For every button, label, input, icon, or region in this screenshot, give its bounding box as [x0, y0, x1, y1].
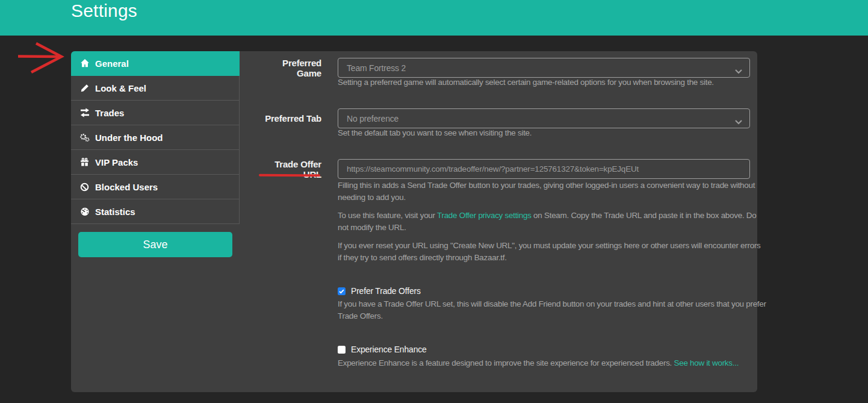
pencil-icon [79, 83, 90, 93]
exchange-icon [79, 108, 90, 117]
help-text: To use this feature, visit your [338, 211, 437, 220]
prefer-trade-offers-label: Prefer Trade Offers [351, 286, 421, 296]
trade-offer-help-1: Filling this in adds a Send Trade Offer … [338, 180, 766, 204]
tab-label: General [95, 58, 129, 69]
home-icon [79, 58, 90, 68]
see-how-it-works-link[interactable]: See how it works... [674, 358, 739, 367]
preferred-game-help: Setting a preferred game will automatica… [338, 77, 766, 89]
tab-look-and-feel[interactable]: Look & Feel [71, 76, 240, 101]
tab-label: Trades [95, 108, 124, 118]
tab-label: Blocked Users [95, 182, 158, 192]
save-button[interactable]: Save [78, 232, 232, 257]
preferred-game-value: Team Fortress 2 [347, 63, 406, 73]
tab-label: Statistics [95, 207, 135, 217]
prefer-trade-offers-help: If you have a Trade Offer URL set, this … [338, 298, 766, 322]
tab-statistics[interactable]: Statistics [71, 199, 240, 224]
ban-icon [79, 182, 90, 192]
preferred-game-select[interactable]: Team Fortress 2 [338, 58, 750, 78]
settings-panel: General Look & Feel Trades Under the Hoo… [71, 51, 757, 392]
experience-enhance-label: Experience Enhance [351, 345, 427, 354]
tab-label: VIP Packs [95, 157, 138, 167]
help-text: Experience Enhance is a feature designed… [338, 358, 674, 367]
tab-label: Look & Feel [95, 83, 146, 93]
annotation-arrow [16, 40, 66, 76]
preferred-tab-value: No preference [347, 114, 398, 123]
trade-offer-help-3: If you ever reset your URL using "Create… [338, 240, 766, 264]
page-header: Settings [0, 0, 868, 36]
tab-trades[interactable]: Trades [71, 101, 240, 125]
chevron-down-icon [735, 66, 742, 77]
tab-vip-packs[interactable]: VIP Packs [71, 150, 240, 175]
dashboard-icon [79, 207, 90, 216]
tab-label: Under the Hood [95, 133, 163, 143]
trade-offer-help-2: To use this feature, visit your Trade Of… [338, 210, 766, 234]
prefer-trade-offers-row: Prefer Trade Offers [338, 286, 421, 296]
preferred-game-label: Preferred Game [259, 58, 321, 78]
tab-under-the-hood[interactable]: Under the Hood [71, 125, 240, 150]
gift-icon [79, 157, 90, 167]
preferred-tab-help: Set the default tab you want to see when… [338, 127, 766, 139]
page-title: Settings [0, 0, 868, 21]
preferred-tab-select[interactable]: No preference [338, 108, 750, 128]
chevron-down-icon [735, 116, 742, 127]
check-icon [338, 288, 345, 295]
tab-general[interactable]: General [71, 51, 240, 76]
experience-enhance-row: Experience Enhance [338, 345, 427, 354]
experience-enhance-checkbox[interactable] [338, 346, 346, 354]
preferred-tab-group: Preferred Tab No preference [259, 108, 750, 128]
experience-enhance-help: Experience Enhance is a feature designed… [338, 357, 766, 369]
preferred-game-group: Preferred Game Team Fortress 2 [259, 58, 750, 78]
trade-offer-privacy-settings-link[interactable]: Trade Offer privacy settings [437, 211, 532, 220]
trade-offer-url-group: Trade Offer URL [259, 159, 750, 179]
preferred-tab-label: Preferred Tab [259, 113, 321, 123]
trade-offer-url-input[interactable] [338, 159, 750, 179]
prefer-trade-offers-checkbox[interactable] [338, 287, 346, 295]
annotation-underline-trade-offer-url [259, 174, 320, 177]
tab-blocked-users[interactable]: Blocked Users [71, 175, 240, 199]
cogs-icon [79, 133, 90, 142]
settings-tab-list: General Look & Feel Trades Under the Hoo… [71, 51, 240, 224]
